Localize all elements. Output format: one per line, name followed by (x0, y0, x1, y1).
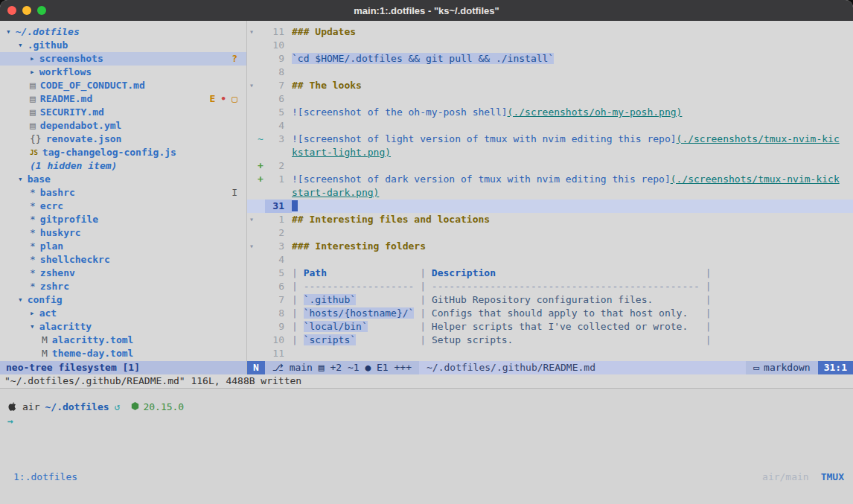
tree-item-label: zshenv (40, 267, 75, 280)
gutter-change-sign (256, 52, 265, 66)
gutter-change-sign (256, 307, 265, 320)
text-segment: | (292, 307, 304, 319)
collapsed-folder-icon: ▸ (30, 307, 35, 320)
editor-line[interactable]: ~3![screenshot of light version of tmux … (247, 133, 853, 146)
editor-line[interactable]: ▾1## Interesting files and locations (247, 213, 853, 226)
text-segment: ![screenshot of light version of tmux wi… (292, 133, 677, 144)
editor-line[interactable]: start-dark.png) (247, 186, 853, 200)
editor-line[interactable]: 7| `.github` | GitHub Repository configu… (247, 293, 853, 307)
tree-item-label: ~/.dotfiles (16, 25, 80, 39)
gutter-change-sign (256, 92, 265, 106)
line-text (292, 159, 853, 173)
tree-item-label: README.md (40, 92, 92, 106)
editor-line[interactable]: 6 (247, 92, 853, 106)
shell-area[interactable]: air ~/.dotfiles ↺ 20.15.0 → 1:.dotfiles … (0, 388, 853, 504)
editor-line[interactable]: 8 (247, 66, 853, 79)
text-segment (327, 267, 414, 278)
text-segment: `local/bin` (304, 321, 368, 332)
line-text (292, 119, 853, 133)
tmux-session-name: air/main (762, 471, 809, 482)
line-text: kstart-light.png) (292, 146, 853, 159)
editor-line[interactable]: 4 (247, 253, 853, 267)
gutter-change-sign (256, 213, 265, 226)
tree-item[interactable]: *zshenv (0, 267, 246, 280)
tree-item[interactable]: JStag-changelog-config.js (0, 146, 246, 159)
tmux-right: air/main TMUX (762, 471, 844, 482)
editor-line[interactable]: 10 (247, 39, 853, 52)
tree-item[interactable]: *zshrc (0, 280, 246, 293)
tree-item[interactable]: ▾alacritty (0, 320, 246, 334)
editor-line[interactable]: 6| ------------------- | ---------------… (247, 280, 853, 293)
editor-line[interactable]: 5| Path | Description | (247, 267, 853, 280)
text-segment: Description (432, 267, 496, 278)
editor-line[interactable]: ▾7## The looks (247, 79, 853, 92)
prompt-input-line[interactable]: → (7, 414, 853, 429)
tree-item-label: screenshots (39, 52, 103, 66)
editor-line[interactable]: +2 (247, 159, 853, 173)
editor-line[interactable]: 9| `local/bin` | Helper scripts that I'v… (247, 320, 853, 334)
tree-item[interactable]: ▤dependabot.yml (0, 119, 246, 133)
editor-line[interactable]: 8| `hosts/{hostname}/` | Configs that sh… (247, 307, 853, 320)
tree-item[interactable]: Malacritty.toml (0, 334, 246, 347)
editor-line[interactable]: ▾3### Interesting folders (247, 240, 853, 253)
editor-line[interactable]: ▾11### Updates (247, 25, 853, 39)
text-segment: (./screenshots/tmux-nvim-kic (677, 133, 840, 144)
mode-indicator: N (247, 361, 265, 374)
tree-item[interactable]: ▾~/.dotfiles (0, 25, 246, 39)
gutter-change-sign (256, 146, 265, 159)
tree-item[interactable]: ▤SECURITY.md (0, 106, 246, 119)
tmux-window-name[interactable]: 1:.dotfiles (13, 471, 77, 482)
tree-item-label: alacritty (39, 320, 92, 334)
statusline-file-path: ~/.dotfiles/.github/README.md (419, 361, 746, 374)
shell-file-icon: * (30, 186, 36, 200)
editor-line[interactable]: 9`cd $HOME/.dotfiles && git pull && ./in… (247, 52, 853, 66)
text-segment: | (700, 281, 712, 292)
line-text: | ------------------- | ----------------… (292, 280, 853, 293)
tree-item[interactable]: ▸act (0, 307, 246, 320)
minimize-button[interactable] (22, 6, 31, 15)
editor-line[interactable]: 5![screenshot of the oh-my-posh shell](.… (247, 106, 853, 119)
tree-item[interactable]: *bashrcI (0, 186, 246, 200)
tree-item-label: theme-day.toml (52, 347, 134, 360)
editor-line[interactable]: 31 (247, 200, 853, 213)
editor-line[interactable]: 11 (247, 347, 853, 360)
shell-file-icon: * (30, 240, 36, 253)
tree-item[interactable]: *plan (0, 240, 246, 253)
expander-icon: ▾ (18, 173, 23, 186)
tree-item[interactable]: ▾config (0, 293, 246, 307)
editor-line[interactable]: 4 (247, 119, 853, 133)
tree-item[interactable]: *ecrc (0, 200, 246, 213)
text-segment: | (414, 294, 431, 305)
file-icon: ▤ (30, 106, 36, 119)
tree-item[interactable]: ▾base (0, 173, 246, 186)
text-segment: (./screenshots/oh-my-posh.png) (508, 106, 683, 118)
tree-item[interactable]: ▤README.mdE•▢ (0, 92, 246, 106)
line-text (292, 66, 853, 79)
tree-item[interactable]: Mtheme-day.toml (0, 347, 246, 360)
tree-item[interactable]: ▾.github (0, 39, 246, 52)
javascript-icon: JS (30, 146, 38, 159)
filetype-segment: ▭ markdown (746, 361, 817, 374)
tree-item[interactable]: ▤CODE_OF_CONDUCT.md (0, 79, 246, 92)
fold-marker-icon (247, 320, 256, 334)
editor-line[interactable]: 10| `scripts` | Setup scripts. | (247, 334, 853, 347)
tree-item[interactable]: (1 hidden item) (0, 159, 246, 173)
editor-line[interactable]: 2 (247, 226, 853, 240)
editor-line[interactable]: +1![screenshot of dark version of tmux w… (247, 173, 853, 186)
line-text: ![screenshot of light version of tmux wi… (292, 133, 853, 146)
tree-item[interactable]: ▸screenshots? (0, 52, 246, 66)
line-number: 9 (265, 52, 292, 66)
tree-item[interactable]: *huskyrc (0, 226, 246, 240)
tree-item[interactable]: *shellcheckrc (0, 253, 246, 267)
text-segment: | (292, 321, 304, 332)
gutter-change-sign: ~ (256, 133, 265, 146)
cursor-mark: I (231, 186, 237, 200)
close-button[interactable] (7, 6, 16, 15)
tree-item[interactable]: {}renovate.json (0, 133, 246, 146)
tree-item[interactable]: *gitprofile (0, 213, 246, 226)
tree-item[interactable]: ▸workflows (0, 66, 246, 79)
line-text (292, 347, 853, 360)
fullscreen-button[interactable] (37, 6, 46, 15)
editor-line[interactable]: kstart-light.png) (247, 146, 853, 159)
shell-prompt: air ~/.dotfiles ↺ 20.15.0 (7, 399, 853, 414)
